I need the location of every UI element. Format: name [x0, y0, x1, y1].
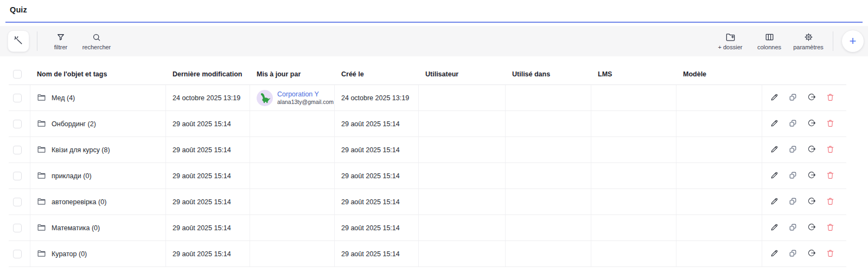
row-checkbox-cell: [9, 85, 30, 110]
column-header-model[interactable]: Modèle: [676, 70, 762, 78]
updated-by-email: alana13ty@gmail.com: [277, 99, 334, 105]
edit-button[interactable]: [770, 145, 779, 155]
folder-icon: [37, 119, 46, 129]
delete-button[interactable]: [826, 145, 835, 155]
used-in-cell: [506, 189, 591, 214]
edit-button[interactable]: [770, 223, 779, 233]
edit-pencil-icon: [770, 171, 779, 181]
folder-name-cell[interactable]: Онбординг (2): [30, 111, 166, 136]
trash-icon: [826, 223, 835, 233]
folder-name-cell[interactable]: Мед (4): [30, 85, 166, 110]
modified-cell: 29 août 2025 15:14: [166, 189, 250, 214]
column-header-user[interactable]: Utilisateur: [419, 70, 506, 78]
delete-button[interactable]: [826, 197, 835, 207]
user-cell: [419, 85, 506, 110]
trash-icon: [826, 171, 835, 181]
column-header-modified[interactable]: Dernière modification: [166, 70, 250, 78]
model-cell: [676, 215, 762, 240]
user-cell: [419, 241, 506, 266]
duplicate-button[interactable]: [788, 119, 797, 129]
edit-pencil-icon: [770, 119, 779, 129]
row-actions: [762, 111, 846, 136]
duplicate-icon: [788, 223, 797, 233]
row-checkbox[interactable]: [13, 146, 22, 154]
used-in-cell: [506, 85, 591, 110]
duplicate-button[interactable]: [788, 93, 797, 103]
used-in-cell: [506, 111, 591, 136]
move-button[interactable]: [807, 170, 816, 181]
row-checkbox[interactable]: [13, 198, 22, 206]
duplicate-button[interactable]: [788, 145, 797, 155]
toolbar: filtrer rechercher + dossier: [0, 26, 868, 56]
updated-by-cell: [250, 163, 335, 188]
magic-wand-button[interactable]: [8, 30, 29, 52]
edit-button[interactable]: [770, 93, 779, 103]
edit-pencil-icon: [770, 145, 779, 155]
edit-button[interactable]: [770, 171, 779, 181]
move-button[interactable]: [807, 92, 816, 103]
edit-button[interactable]: [770, 119, 779, 129]
column-header-lms[interactable]: LMS: [591, 70, 676, 78]
row-actions: [762, 137, 846, 162]
delete-button[interactable]: [826, 249, 835, 259]
folder-icon: [37, 93, 46, 103]
duplicate-button[interactable]: [788, 171, 797, 181]
move-icon: [807, 222, 816, 233]
user-cell: [419, 111, 506, 136]
duplicate-button[interactable]: [788, 197, 797, 207]
folder-name-cell[interactable]: Математика (0): [30, 215, 166, 240]
move-button[interactable]: [807, 248, 816, 259]
folder-plus-icon: [725, 32, 736, 42]
lms-cell: [591, 163, 676, 188]
edit-pencil-icon: [770, 93, 779, 103]
lms-cell: [591, 85, 676, 110]
column-header-name[interactable]: Nom de l'objet et tags: [30, 70, 166, 78]
row-checkbox[interactable]: [13, 120, 22, 128]
row-checkbox[interactable]: [13, 172, 22, 180]
edit-button[interactable]: [770, 249, 779, 259]
row-checkbox-cell: [9, 215, 30, 240]
updated-by-name-link[interactable]: Corporation Y: [277, 90, 334, 98]
folder-name-cell[interactable]: Куратор (0): [30, 241, 166, 266]
delete-button[interactable]: [826, 93, 835, 103]
updated-by-cell: [250, 189, 335, 214]
folder-name-cell[interactable]: автоперевірка (0): [30, 189, 166, 214]
title-bar: Quiz: [0, 0, 868, 22]
delete-button[interactable]: [826, 171, 835, 181]
folder-icon: [37, 197, 46, 207]
columns-icon: [764, 32, 775, 42]
folder-name-cell[interactable]: Квізи для курсу (8): [30, 137, 166, 162]
duplicate-button[interactable]: [788, 249, 797, 259]
folder-name-cell[interactable]: приклади (0): [30, 163, 166, 188]
duplicate-button[interactable]: [788, 223, 797, 233]
delete-button[interactable]: [826, 119, 835, 129]
created-cell: 29 août 2025 15:14: [335, 189, 419, 214]
column-header-used-in[interactable]: Utilisé dans: [506, 70, 591, 78]
user-cell: [419, 189, 506, 214]
row-checkbox[interactable]: [13, 94, 22, 102]
avatar: [257, 90, 273, 106]
move-button[interactable]: [807, 196, 816, 207]
row-checkbox-cell: [9, 137, 30, 162]
move-button[interactable]: [807, 144, 816, 155]
filter-button[interactable]: filtrer: [45, 32, 76, 50]
updated-by-cell: Corporation Y alana13ty@gmail.com: [250, 85, 335, 110]
duplicate-icon: [788, 171, 797, 181]
folder-icon: [37, 171, 46, 181]
row-checkbox[interactable]: [13, 250, 22, 258]
folder-icon: [37, 223, 46, 233]
column-header-created[interactable]: Créé le: [335, 70, 419, 78]
edit-button[interactable]: [770, 197, 779, 207]
move-button[interactable]: [807, 222, 816, 233]
add-folder-button[interactable]: + dossier: [714, 32, 746, 50]
delete-button[interactable]: [826, 223, 835, 233]
row-checkbox[interactable]: [13, 224, 22, 232]
modified-cell: 29 août 2025 15:14: [166, 163, 250, 188]
select-all-checkbox[interactable]: [13, 70, 22, 79]
settings-button[interactable]: paramètres: [793, 32, 824, 50]
add-button[interactable]: +: [842, 30, 864, 52]
search-button[interactable]: rechercher: [81, 32, 112, 50]
move-button[interactable]: [807, 118, 816, 129]
column-header-updated-by[interactable]: Mis à jour par: [250, 70, 335, 78]
columns-button[interactable]: colonnes: [754, 32, 785, 50]
